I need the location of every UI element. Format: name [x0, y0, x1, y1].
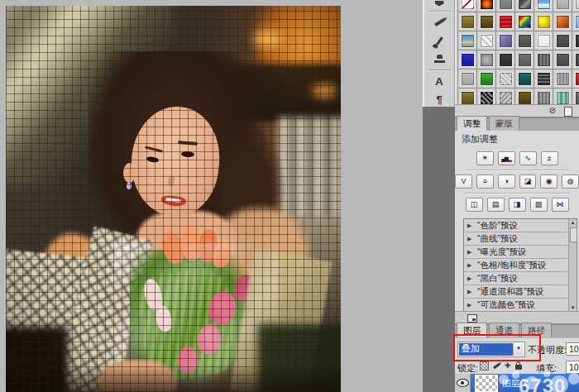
new-style-icon[interactable]	[564, 107, 572, 117]
style-swatch-preview	[538, 92, 550, 104]
gradient-map-icon[interactable]: ▧	[530, 198, 548, 212]
style-swatch[interactable]	[496, 50, 515, 69]
style-swatch-preview	[557, 92, 569, 104]
expanded-view-icon[interactable]	[467, 314, 477, 323]
brightness-contrast-icon[interactable]: ☀	[476, 151, 494, 165]
style-swatch[interactable]	[553, 31, 572, 50]
dock-divider	[428, 69, 451, 70]
lock-position-icon[interactable]: ✚	[505, 361, 511, 370]
layer-row[interactable]: 图层 1	[455, 374, 579, 392]
panel-top-partial-icon[interactable]	[424, 0, 454, 9]
document-canvas[interactable]	[6, 6, 341, 392]
paragraph-panel-icon[interactable]: ¶	[424, 90, 454, 108]
exposure-icon[interactable]: ±	[541, 151, 558, 165]
style-swatch[interactable]	[572, 12, 579, 31]
style-swatch[interactable]	[534, 12, 553, 31]
lock-transparency-icon[interactable]	[480, 361, 489, 370]
style-swatch[interactable]	[458, 12, 477, 31]
style-swatch[interactable]	[553, 0, 572, 12]
presets-scrollbar[interactable]: ▲ ▼	[568, 219, 577, 312]
clear-style-icon[interactable]: ⊘	[549, 107, 556, 115]
selective-color-icon[interactable]: ⋈	[552, 198, 569, 212]
opacity-input[interactable]: 100%	[566, 342, 579, 356]
levels-icon[interactable]: ▄▆▂	[498, 151, 515, 165]
style-swatch[interactable]	[534, 69, 553, 88]
preset-label: “可选颜色”预设	[477, 299, 535, 309]
expand-triangle-icon[interactable]: ▶	[467, 299, 471, 311]
style-swatch[interactable]	[572, 31, 579, 50]
style-swatch[interactable]	[496, 12, 515, 31]
style-swatch[interactable]	[515, 12, 534, 31]
clone-source-icon[interactable]	[424, 50, 454, 68]
preset-item[interactable]: ▶“曝光度”预设	[464, 246, 577, 259]
black-white-icon[interactable]: ◪	[519, 174, 537, 189]
style-swatch[interactable]	[477, 69, 496, 88]
style-swatch[interactable]	[458, 0, 477, 12]
adjustments-panel: 添加调整 ☀▄▆▂∿±V≡◑◪◉◍◫▤◨▧⋈ ▶“色阶”预设▶“曲线”预设▶“曝…	[455, 131, 579, 311]
style-swatch[interactable]	[458, 50, 477, 69]
threshold-icon[interactable]: ◨	[509, 198, 526, 212]
color-balance-icon[interactable]: ◑	[498, 174, 515, 189]
expand-triangle-icon[interactable]: ▶	[467, 272, 471, 284]
expand-triangle-icon[interactable]: ▶	[467, 232, 471, 245]
scrollbar-thumb[interactable]	[570, 227, 577, 242]
channel-mixer-icon[interactable]: ◍	[562, 174, 579, 189]
hue-saturation-icon[interactable]: ≡	[476, 174, 494, 189]
tab-adjustments[interactable]: 调整	[457, 116, 487, 131]
style-swatch[interactable]	[496, 31, 515, 50]
style-swatch[interactable]	[496, 0, 515, 12]
vibrance-icon[interactable]: V	[455, 174, 472, 189]
style-swatch[interactable]	[572, 0, 579, 12]
style-swatch[interactable]	[553, 50, 572, 69]
style-swatch-preview	[500, 92, 512, 104]
style-swatch[interactable]	[534, 0, 553, 12]
character-panel-icon[interactable]: A	[424, 72, 454, 90]
expand-triangle-icon[interactable]: ▶	[467, 285, 471, 298]
style-swatch[interactable]	[515, 50, 534, 69]
style-swatch[interactable]	[515, 31, 534, 50]
curves-icon[interactable]: ∿	[519, 151, 537, 165]
preset-item[interactable]: ▶“可选颜色”预设	[464, 299, 577, 312]
style-swatch[interactable]	[477, 50, 496, 69]
lock-pixels-icon	[493, 362, 500, 369]
fill-input[interactable]: 100%	[566, 361, 579, 374]
expand-triangle-icon[interactable]: ▶	[467, 219, 471, 232]
style-swatch-preview	[557, 73, 569, 85]
lock-label: 锁定:	[457, 362, 478, 375]
lock-all-icon[interactable]	[515, 361, 522, 370]
style-swatch[interactable]	[458, 69, 477, 88]
invert-icon[interactable]: ◫	[466, 198, 483, 212]
expand-triangle-icon[interactable]: ▶	[467, 259, 471, 271]
scroll-up-icon[interactable]: ▲	[569, 219, 577, 227]
style-swatch[interactable]	[534, 50, 553, 69]
paragraph-panel-icon: ¶	[436, 94, 442, 105]
posterize-icon[interactable]: ▤	[487, 198, 505, 212]
brush-panel-icon[interactable]	[424, 31, 454, 50]
lock-pixels-icon[interactable]	[493, 365, 500, 367]
style-swatch[interactable]	[553, 12, 572, 31]
preset-item[interactable]: ▶“色阶”预设	[464, 219, 577, 232]
style-swatch[interactable]	[477, 31, 496, 50]
preset-item[interactable]: ▶“曲线”预设	[464, 232, 577, 246]
style-swatch[interactable]	[572, 69, 579, 88]
style-swatch[interactable]	[553, 69, 572, 88]
preset-item[interactable]: ▶“色相/饱和度”预设	[464, 259, 577, 272]
layer-visibility-toggle[interactable]	[455, 374, 471, 392]
style-swatch[interactable]	[534, 31, 553, 50]
preset-item[interactable]: ▶“黑白”预设	[464, 272, 577, 285]
style-swatch[interactable]	[477, 0, 496, 12]
style-swatch[interactable]	[496, 69, 515, 88]
adjustments-tabbar: 调整 蒙版	[455, 117, 579, 131]
expand-triangle-icon[interactable]: ▶	[467, 246, 471, 258]
style-swatch[interactable]	[515, 0, 534, 12]
style-swatch[interactable]	[515, 69, 534, 88]
photo-filter-icon[interactable]: ◉	[540, 174, 557, 189]
eye-icon	[457, 379, 469, 387]
preset-item[interactable]: ▶“通道混和器”预设	[464, 285, 577, 299]
tool-presets-icon[interactable]	[424, 13, 454, 31]
layer-thumbnail[interactable]	[475, 375, 498, 392]
style-swatch[interactable]	[458, 31, 477, 50]
tab-masks[interactable]: 蒙版	[489, 116, 519, 131]
style-swatch[interactable]	[572, 50, 579, 69]
style-swatch[interactable]	[477, 12, 496, 31]
